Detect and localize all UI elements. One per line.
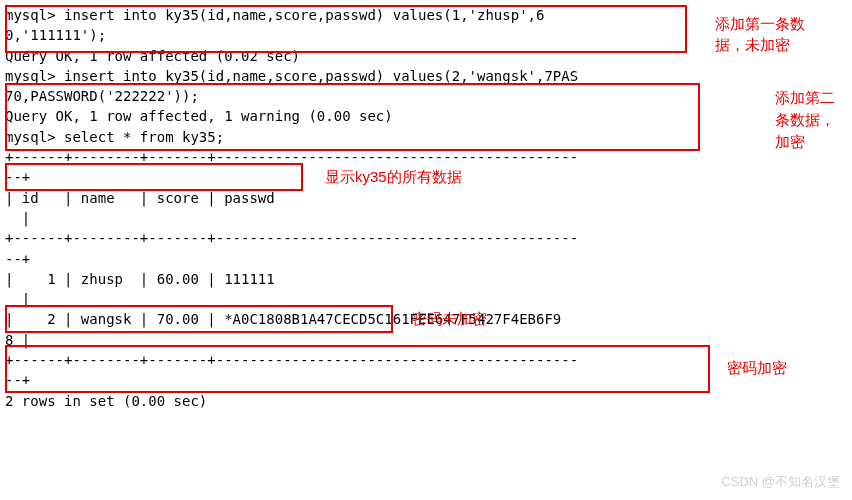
label-insert1-l1: 添加第一条数 — [715, 14, 805, 34]
header-b: | — [5, 208, 847, 228]
label-row1: 密码未加密 — [412, 309, 487, 329]
box-select — [5, 163, 303, 191]
label-insert2-l1: 添加第二 — [775, 88, 835, 108]
watermark: CSDN @不知名汉堡 — [721, 473, 840, 492]
label-insert2-l3: 加密 — [775, 132, 805, 152]
label-insert1-l2: 据，未加密 — [715, 35, 790, 55]
label-insert2-l2: 条数据， — [775, 110, 835, 130]
box-row2 — [5, 345, 710, 393]
sep2a: +------+--------+-------+---------------… — [5, 228, 847, 248]
rows-count: 2 rows in set (0.00 sec) — [5, 391, 847, 411]
label-select: 显示ky35的所有数据 — [325, 167, 462, 187]
sep2b: --+ — [5, 249, 847, 269]
box-insert1 — [5, 5, 687, 53]
label-row2: 密码加密 — [727, 358, 787, 378]
box-insert2 — [5, 83, 700, 151]
box-row1 — [5, 305, 393, 333]
row1-a: | 1 | zhusp | 60.00 | 111111 — [5, 269, 847, 289]
